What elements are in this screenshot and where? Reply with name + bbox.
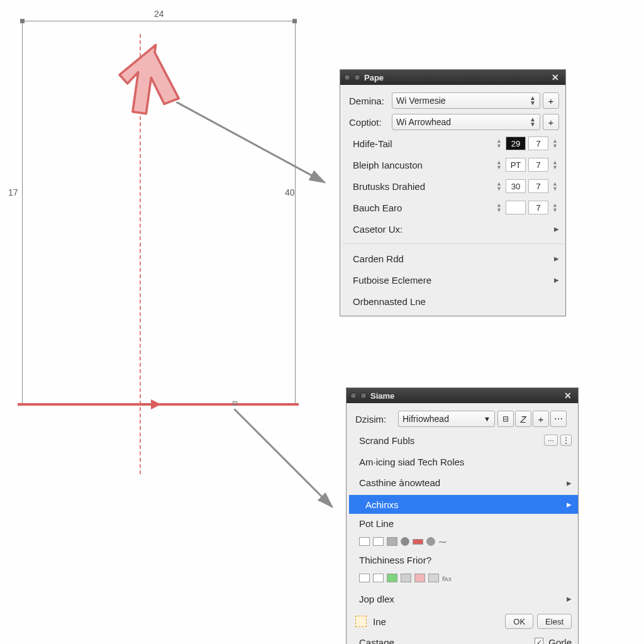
amicing-label: Am·icing siad Tech Roles — [355, 457, 572, 467]
swatch[interactable] — [401, 574, 411, 582]
bleiph-field2[interactable]: 7 — [528, 158, 548, 172]
swatch[interactable] — [428, 574, 439, 582]
bleiph-row: Bleiph Iancuston ▲▼ PT 7 ▲▼ — [349, 155, 559, 174]
hdife-field2[interactable]: 7 — [528, 136, 548, 150]
achinxs-label: Achinxs — [362, 499, 564, 510]
carden-row[interactable]: Carden Rdd ▸ — [349, 249, 559, 268]
orben-row[interactable]: Orbennasted Lne — [349, 292, 559, 311]
scrand-options-button[interactable]: ⋮ — [560, 435, 572, 446]
brutusks-field2[interactable]: 7 — [528, 179, 548, 193]
scrand-label: Scrand Fubls — [355, 435, 541, 446]
stepper-icon[interactable]: ▲▼ — [496, 203, 503, 213]
design-value: Hifriowhead — [402, 414, 449, 424]
swatch[interactable] — [414, 574, 425, 582]
carden-label: Carden Rdd — [349, 253, 552, 264]
stepper-icon[interactable]: ▲▼ — [552, 181, 559, 191]
potline-row: Pot Line — [355, 516, 572, 530]
casetor-row[interactable]: Casetor Ux: ▸ — [349, 219, 559, 238]
futboise-row[interactable]: Futboise Eclemere ▸ — [349, 270, 559, 289]
resize-handle-top-right[interactable] — [292, 19, 297, 23]
close-icon[interactable]: ✕ — [549, 72, 562, 82]
swatch[interactable] — [413, 539, 423, 545]
siame-titlebar[interactable]: Siame ✕ — [347, 388, 578, 403]
more-icon[interactable]: ⋯ — [550, 411, 567, 427]
castage-label: Castage — [355, 637, 532, 645]
line-handle[interactable] — [233, 401, 237, 406]
stepper-icon[interactable]: ▲▼ — [496, 160, 503, 170]
casetor-label: Casetor Ux: — [349, 224, 552, 235]
jopdlex-row[interactable]: Jop dlex ▸ — [355, 589, 572, 608]
jopdlex-label: Jop dlex — [355, 594, 564, 604]
bauch-field1[interactable] — [506, 201, 526, 214]
separator — [343, 243, 565, 244]
italic-icon[interactable]: Z — [515, 411, 531, 427]
canvas-border-right — [295, 21, 296, 404]
thick-label: Thichiness Frior? — [355, 555, 572, 565]
pape-title: Pape — [364, 73, 384, 82]
traffic-light-icon — [350, 392, 357, 399]
design-select[interactable]: Hifriowhead ▼ — [398, 411, 495, 427]
misc-icon: ℻ — [442, 574, 452, 583]
chevron-right-icon: ▸ — [567, 499, 572, 510]
design-label: Dzisim: — [355, 414, 396, 425]
swatch[interactable] — [387, 574, 397, 582]
demina-select[interactable]: Wi Vermesie ▲▼ — [392, 92, 540, 109]
pape-titlebar[interactable]: Pape ✕ — [340, 70, 565, 85]
swatch[interactable] — [387, 537, 397, 546]
hdife-field1[interactable]: 29 — [506, 136, 526, 150]
gorle-checkbox[interactable]: ✓ — [535, 638, 543, 644]
swatch[interactable] — [359, 574, 370, 582]
traffic-light-icon — [360, 392, 367, 399]
resize-handle-top-left[interactable] — [20, 19, 25, 23]
brutusks-row: Brutusks Drahied ▲▼ 30 7 ▲▼ — [349, 177, 559, 196]
potline-label: Pot Line — [355, 518, 572, 529]
close-icon[interactable]: ✕ — [562, 391, 574, 401]
achinxs-row[interactable]: Achinxs ▸ — [349, 495, 578, 514]
coptiot-label: Coptiot: — [349, 117, 389, 128]
ine-icon[interactable] — [355, 616, 367, 627]
vertical-guide[interactable] — [140, 34, 141, 474]
stepper-icon[interactable]: ▲▼ — [552, 203, 559, 213]
stepper-icon[interactable]: ▲▼ — [496, 181, 503, 191]
swatch[interactable] — [426, 537, 435, 546]
scrand-more-button[interactable]: ··· — [544, 435, 558, 446]
stepper-icon[interactable]: ▲▼ — [552, 138, 559, 148]
svg-line-0 — [176, 102, 325, 182]
wave-icon: ⁓ — [438, 537, 447, 547]
swatch[interactable] — [359, 537, 370, 546]
add-button[interactable]: + — [533, 411, 549, 427]
amicing-row[interactable]: Am·icing siad Tech Roles — [355, 452, 572, 471]
scrand-row[interactable]: Scrand Fubls ··· ⋮ — [355, 431, 572, 450]
stepper-icon[interactable]: ▲▼ — [496, 138, 503, 148]
align-icon[interactable]: ⊟ — [497, 411, 514, 427]
pape-dialog[interactable]: Pape ✕ Demina: Wi Vermesie ▲▼ + Coptiot:… — [340, 69, 566, 316]
castage-row: Castage ✓ Gorle — [355, 635, 572, 644]
stepper-icon[interactable]: ▲▼ — [552, 160, 559, 170]
casthine-label: Casthine ȧnowtead — [355, 477, 564, 489]
hdife-row: Hdife-Tail ▲▼ 29 7 ▲▼ — [349, 134, 559, 153]
swatch[interactable] — [401, 537, 409, 546]
swatch[interactable] — [373, 574, 384, 582]
swatch[interactable] — [373, 537, 384, 546]
gorle-label: Gorle — [548, 637, 572, 645]
coptiot-select[interactable]: Wi Arrowhead ▲▼ — [392, 114, 540, 130]
bleiph-label: Bleiph Iancuston — [349, 160, 492, 170]
brutusks-field1[interactable]: 30 — [506, 179, 526, 193]
chevron-right-icon: ▸ — [554, 274, 559, 286]
demina-value: Wi Vermesie — [396, 96, 446, 106]
chevron-updown-icon: ▲▼ — [530, 117, 536, 127]
bleiph-field1[interactable]: PT — [506, 158, 526, 172]
demina-add-button[interactable]: + — [543, 92, 559, 109]
traffic-light-icon — [344, 74, 350, 80]
elest-button[interactable]: Elest — [537, 614, 572, 629]
orben-label: Orbennasted Lne — [349, 296, 559, 307]
siame-dialog[interactable]: Siame ✕ Dzisim: Hifriowhead ▼ ⊟ Z + ⋯ Sc… — [346, 387, 579, 644]
casthine-row[interactable]: Casthine ȧnowtead ▸ — [355, 474, 572, 492]
brutusks-label: Brutusks Drahied — [349, 181, 492, 192]
drawing-canvas[interactable]: 24 17 40 — [22, 16, 296, 425]
ok-button[interactable]: OK — [505, 614, 533, 629]
chevron-down-icon: ▼ — [484, 415, 491, 423]
coptiot-add-button[interactable]: + — [543, 114, 559, 130]
chevron-right-icon: ▸ — [554, 253, 559, 264]
bauch-field2[interactable]: 7 — [528, 201, 548, 214]
